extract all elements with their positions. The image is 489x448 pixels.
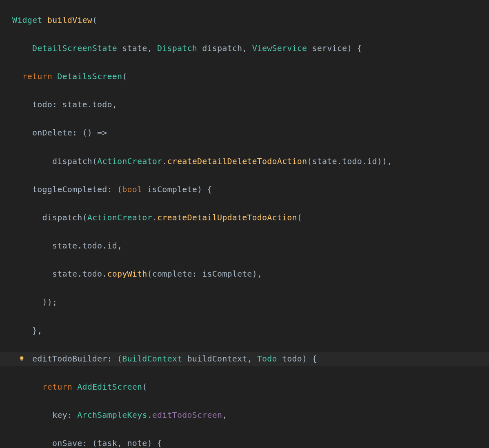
function-name: buildView	[47, 15, 92, 25]
code-line[interactable]: state.todo.id,	[12, 239, 392, 253]
type-token: ArchSampleKeys	[77, 410, 147, 420]
code-line[interactable]: editTodoBuilder: (BuildContext buildCont…	[12, 352, 392, 366]
type-token: BuildContext	[122, 354, 182, 364]
type-token: DetailsScreen	[57, 71, 122, 81]
code-line[interactable]: key: ArchSampleKeys.editTodoScreen,	[12, 408, 392, 422]
type-token: DetailScreenState	[32, 43, 117, 53]
keyword-return: return	[22, 71, 52, 81]
code-line[interactable]: return DetailsScreen(	[12, 69, 392, 84]
code-line[interactable]: dispatch(ActionCreator.createDetailUpdat…	[12, 211, 392, 225]
code-line[interactable]: DetailScreenState state, Dispatch dispat…	[12, 41, 392, 55]
type-token: Dispatch	[157, 43, 197, 53]
code-line[interactable]: },	[12, 324, 392, 338]
code-content[interactable]: Widget buildView( DetailScreenState stat…	[12, 0, 392, 448]
code-line[interactable]: onDelete: () =>	[12, 126, 392, 140]
code-line[interactable]: todo: state.todo,	[12, 98, 392, 112]
keyword-return: return	[42, 382, 72, 392]
type-token: Todo	[257, 354, 277, 364]
code-line[interactable]: toggleCompleted: (bool isComplete) {	[12, 182, 392, 197]
unused-param-warning: note	[127, 438, 147, 448]
type-token: ViewService	[252, 43, 307, 53]
code-line[interactable]: state.todo.copyWith(complete: isComplete…	[12, 267, 392, 281]
type-token: Widget	[12, 15, 42, 25]
code-line[interactable]: Widget buildView(	[12, 13, 392, 27]
code-line[interactable]: ));	[12, 295, 392, 309]
code-line[interactable]: onSave: (task, note) {	[12, 436, 392, 448]
unused-param-warning: task	[97, 438, 117, 448]
type-token: ActionCreator	[97, 156, 162, 166]
code-line[interactable]: dispatch(ActionCreator.createDetailDelet…	[12, 154, 392, 169]
code-editor[interactable]: Widget buildView( DetailScreenState stat…	[0, 0, 489, 99]
type-token: AddEditScreen	[77, 382, 142, 392]
type-token: ActionCreator	[87, 213, 152, 222]
code-line[interactable]: return AddEditScreen(	[12, 380, 392, 394]
